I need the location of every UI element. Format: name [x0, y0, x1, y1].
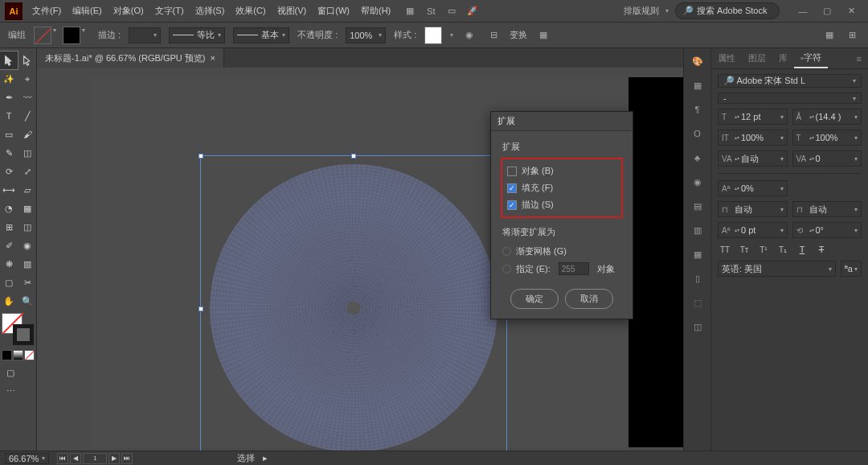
fill-dropdown-icon[interactable]: ▾ — [53, 27, 61, 44]
auto1-input[interactable]: ⊓自动▾ — [718, 201, 788, 217]
language-select[interactable]: 英语: 美国▾ — [718, 261, 836, 277]
prev-artboard-icon[interactable]: ◀ — [70, 453, 81, 464]
strikethrough-button[interactable]: T — [814, 243, 829, 256]
mesh-tool[interactable]: ⊞ — [0, 218, 18, 236]
symbol-sprayer-tool[interactable]: ❋ — [0, 255, 18, 273]
scale-tool[interactable]: ⤢ — [18, 163, 36, 180]
menu-window[interactable]: 窗口(W) — [313, 2, 354, 20]
subscript-button[interactable]: T₁ — [776, 243, 790, 256]
transparency-panel-icon[interactable]: ◫ — [690, 319, 706, 335]
lasso-tool[interactable]: ⌖ — [18, 70, 36, 88]
isolate-icon[interactable]: ▦ — [535, 27, 551, 43]
blend-tool[interactable]: ◉ — [18, 237, 36, 254]
color-mode-icon[interactable] — [2, 350, 12, 360]
ok-button[interactable]: 确定 — [510, 289, 559, 309]
baseline-shift-input[interactable]: Aª▴▾0%▾ — [718, 180, 788, 196]
next-artboard-icon[interactable]: ▶ — [108, 453, 120, 464]
superscript-button[interactable]: T¹ — [756, 243, 771, 256]
gradient-mode-icon[interactable] — [13, 350, 23, 360]
curvature-tool[interactable]: 〰 — [18, 88, 36, 106]
magic-wand-tool[interactable]: ✨ — [0, 70, 18, 88]
rotate-tool[interactable]: ⟳ — [0, 163, 18, 180]
auto2-input[interactable]: ⊓自动▾ — [792, 201, 862, 217]
transform-label[interactable]: 变换 — [510, 29, 527, 41]
font-style-select[interactable]: -▾ — [718, 93, 862, 104]
close-button[interactable]: ✕ — [839, 3, 863, 19]
leading-input[interactable]: Å▴▾(14.4 )▾ — [792, 109, 862, 125]
close-tab-icon[interactable]: × — [210, 53, 215, 63]
stroke-weight-input[interactable]: ▾ — [129, 27, 161, 43]
fill-swatch[interactable] — [34, 27, 51, 44]
rectangle-tool[interactable]: ▭ — [0, 126, 18, 143]
stroke-dropdown-icon[interactable]: ▾ — [82, 27, 90, 44]
edit-toolbar-icon[interactable]: ⋯ — [2, 382, 19, 400]
checkbox-stroke[interactable]: 描边 (S) — [507, 196, 616, 213]
paragraph-panel-icon[interactable]: ¶ — [690, 101, 706, 117]
all-caps-button[interactable]: TT — [718, 243, 732, 256]
color-panel-icon[interactable]: 🎨 — [690, 53, 706, 69]
slice-tool[interactable]: ✂ — [18, 274, 36, 291]
opacity-input[interactable]: 100%▾ — [346, 27, 386, 43]
gpu-icon[interactable]: 🚀 — [466, 5, 479, 18]
status-dropdown-icon[interactable]: ▸ — [263, 453, 268, 463]
variable-width-profile[interactable]: 等比▾ — [169, 27, 225, 43]
asset-export-icon[interactable]: ⬚ — [690, 294, 706, 311]
maximize-button[interactable]: ▢ — [815, 3, 839, 19]
graphic-style-swatch[interactable] — [424, 27, 442, 44]
horizontal-scale-input[interactable]: T▴▾100%▾ — [792, 130, 862, 146]
width-tool[interactable]: ⟷ — [0, 181, 18, 199]
gradient-tool[interactable]: ◫ — [18, 218, 36, 236]
perspective-tool[interactable]: ▦ — [18, 200, 36, 217]
shape-builder-tool[interactable]: ◔ — [0, 200, 18, 217]
minimize-button[interactable]: — — [791, 3, 815, 19]
tab-layers[interactable]: 图层 — [742, 48, 772, 68]
fill-stroke-control[interactable] — [2, 313, 34, 345]
graph-tool[interactable]: ▥ — [18, 255, 36, 273]
document-tab[interactable]: 未标题-1.ai* @ 66.67% (RGB/GPU 预览)× — [37, 48, 224, 68]
direct-selection-tool[interactable] — [18, 51, 36, 69]
handle-tl[interactable] — [199, 154, 203, 158]
checkbox-fill[interactable]: 填充 (F) — [507, 179, 616, 196]
bridge-icon[interactable]: ▦ — [403, 5, 416, 18]
stroke-box[interactable] — [13, 324, 34, 345]
shaper-tool[interactable]: ✎ — [0, 144, 18, 162]
small-caps-button[interactable]: Tт — [737, 243, 751, 256]
artboard-tool[interactable]: ▢ — [0, 274, 18, 291]
none-mode-icon[interactable] — [24, 350, 35, 360]
handle-tm[interactable] — [351, 154, 356, 158]
menu-effect[interactable]: 效果(C) — [231, 2, 270, 20]
handle-ml[interactable] — [199, 307, 203, 311]
artboard-index[interactable]: 1 — [83, 453, 107, 464]
align-icon[interactable]: ⊟ — [485, 27, 502, 43]
height-input[interactable]: Aª▴▾0 pt▾ — [718, 222, 788, 238]
font-family-select[interactable]: 🔎 Adobe 宋体 Std L▾ — [718, 74, 862, 88]
cancel-button[interactable]: 取消 — [565, 289, 613, 309]
document-info-icon[interactable]: ▤ — [690, 198, 706, 214]
tab-libraries[interactable]: 库 — [772, 48, 794, 68]
rotation-input[interactable]: ⟲▴▾0°▾ — [792, 222, 862, 238]
selection-tool[interactable] — [0, 51, 18, 69]
eraser-tool[interactable]: ◫ — [18, 144, 36, 162]
actions-panel-icon[interactable]: ▯ — [690, 270, 706, 286]
search-input[interactable]: 🔎搜索 Adobe Stock — [675, 2, 780, 19]
free-transform-tool[interactable]: ▱ — [18, 181, 36, 199]
type-tool[interactable]: T — [0, 107, 18, 125]
menu-edit[interactable]: 编辑(E) — [68, 2, 107, 20]
zoom-tool[interactable]: 🔍 — [18, 292, 36, 310]
stroke-swatch[interactable] — [63, 27, 80, 44]
recolor-icon[interactable]: ◉ — [461, 27, 477, 43]
last-artboard-icon[interactable]: ⏭ — [121, 453, 133, 464]
font-size-input[interactable]: T▴▾12 pt▾ — [718, 109, 788, 125]
expand-panels-icon[interactable]: ⊞ — [844, 27, 860, 43]
tracking-input[interactable]: VA▴▾0▾ — [792, 150, 862, 167]
tab-properties[interactable]: 属性 — [711, 48, 742, 68]
eyedropper-tool[interactable]: ✐ — [0, 237, 18, 254]
paintbrush-tool[interactable]: 🖌 — [18, 126, 36, 143]
stock-icon[interactable]: St — [424, 5, 437, 18]
zoom-level[interactable]: 66.67%▾ — [5, 453, 49, 464]
swatches-panel-icon[interactable]: ▦ — [690, 77, 706, 93]
kerning-input[interactable]: VA▴▾自动▾ — [718, 150, 788, 167]
pen-tool[interactable]: ✒ — [0, 88, 18, 106]
arrange-icon[interactable]: ▭ — [445, 5, 458, 18]
hand-tool[interactable]: ✋ — [0, 292, 18, 310]
